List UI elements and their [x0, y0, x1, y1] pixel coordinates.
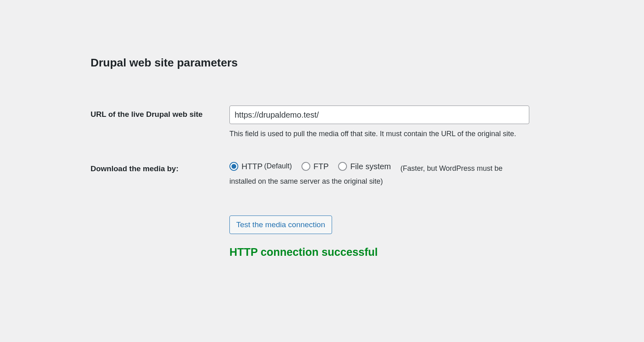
radio-filesystem-input[interactable]	[338, 162, 347, 171]
test-connection-spacer	[91, 216, 229, 259]
radio-http-input[interactable]	[229, 162, 238, 171]
radio-option-http[interactable]: HTTP (Default)	[229, 160, 292, 173]
url-input[interactable]	[229, 106, 529, 124]
download-media-label: Download the media by:	[91, 164, 179, 173]
url-row: URL of the live Drupal web site This fie…	[91, 106, 553, 140]
url-field-col: This field is used to pull the media off…	[229, 106, 553, 140]
radio-option-filesystem[interactable]: File system	[338, 160, 391, 173]
radio-http-label: HTTP	[242, 160, 262, 173]
radio-filesystem-label: File system	[350, 160, 391, 173]
test-connection-col: Test the media connection HTTP connectio…	[229, 216, 553, 259]
test-connection-row: Test the media connection HTTP connectio…	[91, 216, 553, 259]
settings-section: Drupal web site parameters URL of the li…	[0, 0, 644, 259]
download-media-row: Download the media by: HTTP (Default) FT…	[91, 160, 553, 187]
radio-option-ftp[interactable]: FTP	[301, 160, 329, 173]
url-description: This field is used to pull the media off…	[229, 128, 529, 140]
test-connection-button[interactable]: Test the media connection	[229, 216, 332, 234]
download-media-field-col: HTTP (Default) FTP File system (Faster, …	[229, 160, 553, 187]
section-title: Drupal web site parameters	[91, 56, 553, 69]
radio-ftp-label: FTP	[314, 160, 329, 173]
radio-http-suffix: (Default)	[264, 160, 292, 172]
connection-status-message: HTTP connection successful	[229, 246, 553, 259]
download-media-radio-group: HTTP (Default) FTP File system (Faster, …	[229, 160, 529, 187]
download-media-label-col: Download the media by:	[91, 160, 229, 187]
url-label: URL of the live Drupal web site	[91, 110, 202, 118]
url-label-col: URL of the live Drupal web site	[91, 106, 229, 140]
radio-ftp-input[interactable]	[301, 162, 310, 171]
